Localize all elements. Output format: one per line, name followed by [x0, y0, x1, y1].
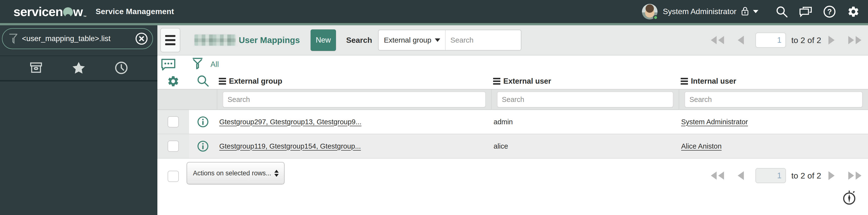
- column-search-toggle-button[interactable]: [196, 75, 209, 87]
- sidebar-divider: [0, 80, 157, 81]
- first-page-button[interactable]: [710, 170, 725, 181]
- list-title: User Mappings: [239, 35, 300, 45]
- table-row: Gtestgroup297, Gtestgroup13, Gtestgroup9…: [157, 110, 868, 134]
- next-page-button[interactable]: [828, 35, 836, 45]
- servicenow-app: servicenw™ Service Management System Adm…: [0, 0, 868, 215]
- column-header-external-user[interactable]: External user: [491, 77, 679, 85]
- list-table: All: [157, 56, 868, 192]
- top-banner: servicenw™ Service Management System Adm…: [0, 0, 868, 23]
- list-search-input[interactable]: [445, 30, 521, 50]
- help-button[interactable]: ?: [823, 5, 836, 18]
- last-page-button[interactable]: [847, 35, 863, 45]
- list-context-menu-button[interactable]: [160, 28, 180, 52]
- info-icon: [197, 116, 209, 128]
- column-header-row: External group External user Internal us…: [157, 73, 868, 89]
- product-name: Service Management: [96, 7, 174, 16]
- filter-funnel-icon: [8, 33, 18, 44]
- record-preview-info-button[interactable]: [197, 116, 209, 128]
- history-clock-icon: [115, 61, 128, 75]
- clear-filter-button[interactable]: [135, 32, 148, 45]
- global-search-button[interactable]: [775, 5, 788, 18]
- page-number-input[interactable]: [755, 168, 786, 183]
- next-page-icon: [828, 35, 836, 45]
- servicenow-logo: servicenw™: [13, 4, 87, 19]
- stopwatch-icon: [842, 190, 856, 206]
- filter-breadcrumb-row: All: [157, 56, 868, 73]
- first-page-icon: [710, 35, 725, 45]
- previous-page-icon: [736, 170, 745, 181]
- logo-trademark: ™: [83, 15, 87, 19]
- navigator-filter: [2, 28, 153, 49]
- user-name[interactable]: System Administrator: [663, 7, 737, 16]
- external-group-link[interactable]: Gtestgroup297, Gtestgroup13, Gtestgroup9…: [217, 118, 491, 126]
- next-page-button[interactable]: [828, 170, 836, 181]
- column-search-internal-user[interactable]: [685, 92, 863, 108]
- settings-button[interactable]: [847, 5, 860, 18]
- chat-icon: [799, 6, 812, 18]
- last-page-button[interactable]: [847, 170, 863, 181]
- tab-all-applications[interactable]: [29, 61, 43, 75]
- list-toolbar: User Mappings New Search External group: [157, 25, 868, 56]
- column-search-row: [157, 89, 868, 110]
- first-page-icon: [710, 170, 725, 181]
- row-checkbox[interactable]: [167, 116, 179, 128]
- breadcrumb-all-link[interactable]: All: [211, 60, 219, 69]
- show-filter-button[interactable]: [191, 57, 204, 72]
- search-column-select[interactable]: External group: [379, 30, 445, 50]
- pagination-bottom: to 2 of 2: [710, 168, 863, 183]
- list-search-combo: External group: [378, 30, 521, 50]
- personalize-list-gear-button[interactable]: [167, 75, 180, 87]
- table-row: Gtestgroup119, Gtestgroup154, Gtestgroup…: [157, 134, 868, 158]
- redacted-app-prefix: [194, 35, 236, 46]
- response-time-button[interactable]: [842, 190, 856, 206]
- select-all-checkbox[interactable]: [167, 171, 179, 182]
- row-checkbox[interactable]: [167, 141, 179, 152]
- last-page-icon: [847, 35, 863, 45]
- list-footer: Actions on selected rows... to 2 of 2: [157, 158, 868, 192]
- list-view: User Mappings New Search External group: [157, 25, 868, 215]
- avatar[interactable]: [642, 4, 657, 20]
- column-header-external-group[interactable]: External group: [217, 77, 491, 85]
- last-page-icon: [847, 170, 863, 181]
- external-group-link[interactable]: Gtestgroup119, Gtestgroup154, Gtestgroup…: [217, 142, 491, 150]
- banner-accent-strip: [0, 23, 868, 25]
- pagination-range: to 2 of 2: [791, 36, 821, 45]
- internal-user-link[interactable]: Alice Aniston: [679, 142, 868, 150]
- gear-icon: [847, 5, 860, 18]
- logo-o-mark-icon: [63, 7, 73, 17]
- actions-on-selected-rows-select[interactable]: Actions on selected rows...: [187, 162, 284, 184]
- column-search-external-group[interactable]: [223, 92, 486, 108]
- favorites-star-icon: [72, 61, 86, 75]
- gear-icon: [167, 75, 180, 87]
- all-applications-box-icon: [29, 61, 43, 75]
- tab-favorites[interactable]: [72, 61, 86, 75]
- pagination-top: to 2 of 2: [710, 33, 863, 48]
- next-page-icon: [828, 170, 836, 181]
- elevated-role-lock-icon: [741, 6, 749, 17]
- search-label: Search: [346, 36, 372, 45]
- first-page-button[interactable]: [710, 35, 725, 45]
- user-menu-caret-icon[interactable]: [753, 10, 758, 13]
- pagination-range: to 2 of 2: [791, 171, 821, 180]
- new-record-button[interactable]: New: [311, 29, 336, 51]
- list-comments-button[interactable]: [161, 58, 176, 71]
- page-number-input[interactable]: [755, 33, 786, 48]
- chat-dots-icon: [161, 58, 176, 71]
- column-header-internal-user[interactable]: Internal user: [679, 77, 868, 85]
- tab-history[interactable]: [115, 61, 128, 75]
- column-menu-icon: [681, 78, 688, 85]
- external-user-value: admin: [491, 118, 679, 126]
- help-icon: ?: [823, 5, 836, 18]
- info-icon: [197, 140, 209, 152]
- banner-controls: System Administrator: [642, 4, 860, 20]
- column-search-external-user[interactable]: [497, 92, 673, 108]
- clear-circle-x-icon: [135, 32, 148, 45]
- logo-text-left: servicen: [13, 4, 63, 19]
- internal-user-link[interactable]: System Administrator: [679, 118, 868, 126]
- navigator-filter-input[interactable]: [22, 34, 135, 43]
- previous-page-button[interactable]: [736, 35, 745, 45]
- svg-text:?: ?: [827, 7, 832, 15]
- previous-page-button[interactable]: [736, 170, 745, 181]
- connect-chat-button[interactable]: [799, 5, 812, 18]
- record-preview-info-button[interactable]: [197, 140, 209, 152]
